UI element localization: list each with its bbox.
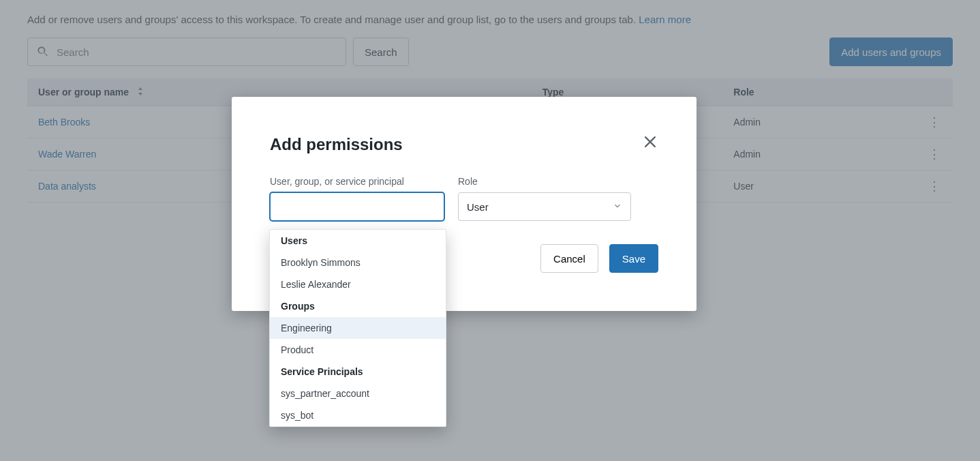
role-label: Role <box>458 176 631 187</box>
role-select[interactable]: User <box>458 192 631 221</box>
dropdown-item[interactable]: sys_partner_account <box>270 383 446 404</box>
dropdown-item[interactable]: Brooklyn Simmons <box>270 252 446 273</box>
chevron-down-icon <box>613 201 622 213</box>
role-value: User <box>467 201 489 213</box>
dropdown-item[interactable]: sys_bot <box>270 404 446 426</box>
dropdown-section-header: Users <box>270 230 446 252</box>
close-icon[interactable] <box>645 136 658 150</box>
principal-label: User, group, or service principal <box>270 176 444 187</box>
dropdown-item[interactable]: Engineering <box>270 317 446 339</box>
cancel-button[interactable]: Cancel <box>540 244 598 273</box>
modal-title: Add permissions <box>270 135 658 154</box>
principal-dropdown[interactable]: UsersBrooklyn SimmonsLeslie AlexanderGro… <box>269 229 446 427</box>
dropdown-section-header: Groups <box>270 295 446 317</box>
dropdown-section-header: Service Principals <box>270 361 446 383</box>
dropdown-item[interactable]: Product <box>270 339 446 361</box>
principal-input[interactable] <box>270 192 444 221</box>
save-button[interactable]: Save <box>609 244 658 273</box>
dropdown-item[interactable]: Leslie Alexander <box>270 273 446 295</box>
